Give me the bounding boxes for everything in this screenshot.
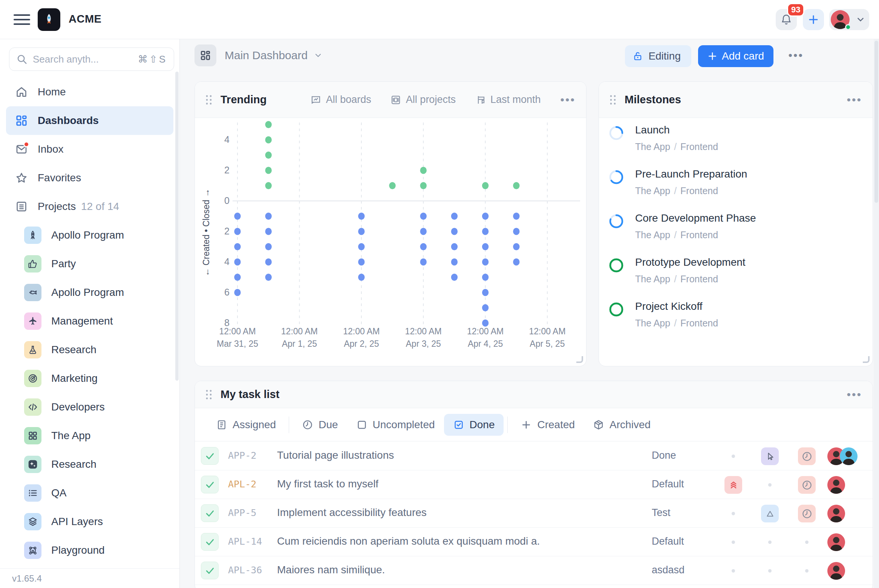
task-status[interactable]: Done	[652, 450, 676, 461]
task-status[interactable]: Default	[652, 478, 684, 490]
clock-badge[interactable]	[798, 447, 816, 465]
chevron-down-icon	[856, 15, 865, 24]
task-filter-done[interactable]: Done	[444, 414, 504, 436]
resize-handle[interactable]	[576, 356, 583, 363]
svg-text:2: 2	[224, 165, 230, 175]
sidebar-project-playground[interactable]: Playground	[6, 536, 173, 565]
all-projects-filter[interactable]: All projects	[390, 94, 456, 106]
sidebar-project-research[interactable]: Research	[6, 335, 173, 364]
task-done-checkbox[interactable]	[201, 504, 219, 522]
chevrons-badge[interactable]	[724, 476, 742, 494]
sidebar-project-apollo-program[interactable]: Apollo Program	[6, 278, 173, 307]
task-done-checkbox[interactable]	[201, 562, 219, 579]
task-row-apl-2[interactable]: APL-2My first task to myselfDefault	[195, 470, 873, 499]
assignee-avatar[interactable]	[827, 505, 845, 522]
projects-box-icon	[390, 94, 401, 106]
sidebar-project-developers[interactable]: Developers	[6, 393, 173, 421]
task-list-more-button[interactable]: •••	[847, 388, 862, 401]
workspace-logo[interactable]	[38, 8, 60, 31]
thumb-icon	[24, 255, 41, 273]
hamburger-menu-icon[interactable]	[14, 12, 30, 27]
dashboard-icon[interactable]	[194, 44, 216, 66]
task-filter-uncompleted[interactable]: Uncompleted	[347, 414, 444, 436]
task-done-checkbox[interactable]	[201, 447, 219, 465]
task-status[interactable]: Default	[652, 536, 684, 547]
sidebar-item-home[interactable]: Home	[6, 78, 173, 106]
assignee-avatar[interactable]	[827, 562, 845, 580]
milestone-item-pre-launch-preparation[interactable]: Pre-Launch PreparationThe App/Frontend	[599, 162, 873, 206]
assignee-avatar[interactable]	[840, 447, 858, 465]
search-input[interactable]	[33, 54, 133, 65]
sidebar-project-qa[interactable]: QA	[6, 479, 173, 507]
dashboard-switcher[interactable]: Main Dashboard	[225, 49, 323, 62]
empty-slot-dot	[768, 541, 772, 544]
sidebar-project-api-layers[interactable]: API Layers	[6, 507, 173, 536]
page-title: Main Dashboard	[225, 49, 308, 62]
dashboard-more-button[interactable]: •••	[788, 49, 804, 62]
milestone-breadcrumb: The App/Frontend	[635, 230, 718, 240]
all-boards-filter[interactable]: All boards	[310, 94, 371, 106]
trending-title: Trending	[221, 93, 266, 106]
sidebar-project-marketing[interactable]: Marketing	[6, 364, 173, 393]
task-done-checkbox[interactable]	[201, 533, 219, 551]
resize-handle[interactable]	[863, 356, 870, 363]
search-box[interactable]: ⌘⇧S	[9, 47, 174, 71]
layers-icon	[24, 513, 41, 530]
add-card-button[interactable]: Add card	[698, 45, 773, 67]
task-status[interactable]: asdasd	[652, 564, 685, 576]
milestone-item-project-kickoff[interactable]: Project KickoffThe App/Frontend	[599, 294, 873, 338]
triangle-badge[interactable]	[761, 505, 779, 522]
drag-handle-icon[interactable]	[205, 94, 212, 106]
sidebar-item-projects[interactable]: Projects 12 of 14	[6, 192, 173, 221]
drag-handle-icon[interactable]	[205, 389, 212, 400]
task-filter-due[interactable]: Due	[293, 414, 347, 436]
task-row-app-5[interactable]: APP-5Implement accessibility featuresTes…	[195, 499, 873, 528]
svg-text:Apr 5, 25: Apr 5, 25	[530, 339, 565, 349]
assignee-avatar[interactable]	[827, 533, 845, 551]
sidebar-item-inbox[interactable]: Inbox	[6, 135, 173, 164]
checksquare-icon	[453, 419, 464, 430]
task-title: Maiores nam similique.	[277, 564, 385, 576]
target-icon	[24, 370, 41, 387]
trending-more-button[interactable]: •••	[560, 93, 576, 106]
sidebar-project-management[interactable]: Management	[6, 307, 173, 335]
quick-add-button[interactable]	[803, 9, 824, 30]
clock-badge[interactable]	[798, 505, 816, 522]
svg-text:12:00 AM: 12:00 AM	[343, 326, 380, 336]
projects-icon	[15, 200, 28, 213]
rocket-icon	[24, 227, 41, 244]
assignee-avatar[interactable]	[827, 476, 845, 494]
task-filter-assigned[interactable]: Assigned	[207, 414, 285, 436]
task-row-apl-14[interactable]: APL-14Cum reiciendis non aperiam soluta …	[195, 528, 873, 556]
milestone-item-launch[interactable]: LaunchThe App/Frontend	[599, 118, 873, 162]
task-status[interactable]: Test	[652, 507, 671, 519]
project-name: Management	[51, 315, 113, 327]
milestone-item-core-development-phase[interactable]: Core Development PhaseThe App/Frontend	[599, 206, 873, 250]
sidebar-project-party[interactable]: Party	[6, 250, 173, 278]
task-done-checkbox[interactable]	[201, 476, 219, 493]
task-assignees	[827, 505, 845, 522]
star-icon	[15, 172, 28, 184]
sidebar-project-the-app[interactable]: The App	[6, 421, 173, 450]
inbox-icon	[15, 143, 28, 156]
clock-badge[interactable]	[798, 476, 816, 494]
milestone-item-prototype-development[interactable]: Prototype DevelopmentThe App/Frontend	[599, 250, 873, 294]
task-row-app-2[interactable]: APP-2Tutorial page illustrationsDone	[195, 442, 873, 470]
main-scrollbar[interactable]	[874, 39, 879, 588]
task-row-apl-36[interactable]: APL-36Maiores nam similique.asdasd	[195, 556, 873, 585]
task-assignees	[827, 562, 845, 580]
drag-handle-icon[interactable]	[609, 94, 616, 106]
sidebar-scrollbar[interactable]	[175, 72, 179, 381]
date-range-filter[interactable]: Last month	[475, 94, 541, 106]
milestones-more-button[interactable]: •••	[847, 93, 862, 106]
editing-toggle-button[interactable]: Editing	[625, 45, 691, 67]
task-filter-created[interactable]: Created	[511, 414, 584, 436]
sidebar-project-research[interactable]: Research	[6, 450, 173, 479]
cursor-badge[interactable]	[761, 447, 779, 465]
empty-slot-dot	[805, 569, 809, 573]
task-filter-archived[interactable]: Archived	[584, 414, 660, 436]
sidebar-item-favorites[interactable]: Favorites	[6, 164, 173, 192]
sparkle-icon	[24, 456, 41, 473]
sidebar-item-dashboards[interactable]: Dashboards	[6, 106, 173, 135]
sidebar-project-apollo-program[interactable]: Apollo Program	[6, 221, 173, 250]
